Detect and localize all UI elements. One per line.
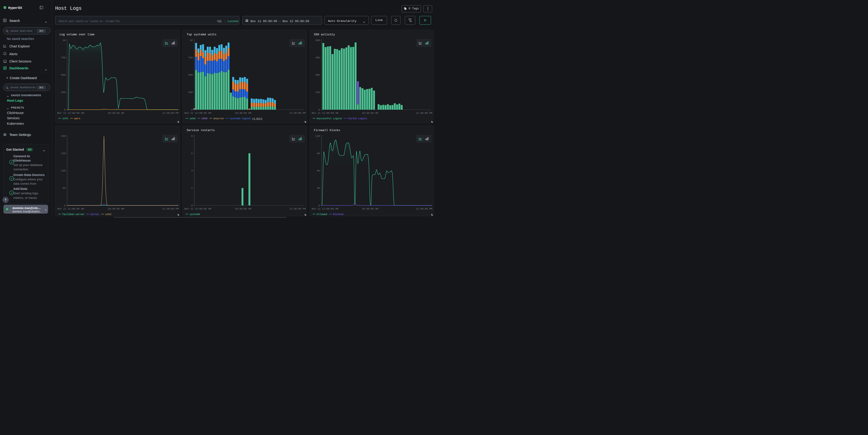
svg-text:systemd-logind: systemd-logind: [229, 117, 250, 120]
svg-text:systemd: systemd: [189, 213, 200, 216]
svg-text:8: 8: [191, 134, 193, 137]
svg-text:11:30:00 PM: 11:30:00 PM: [162, 207, 179, 210]
svg-text:11:30:00 PM: 11:30:00 PM: [289, 112, 305, 115]
svg-text:Successful Logins: Successful Logins: [317, 117, 342, 120]
svg-text:10:30:00 AM: 10:30:00 AM: [235, 207, 251, 210]
svg-text:4: 4: [191, 169, 193, 172]
svg-text:Failed Logins: Failed Logins: [348, 117, 367, 120]
svg-text:150: 150: [315, 91, 320, 94]
svg-text:60: 60: [317, 169, 320, 172]
svg-text:2: 2: [191, 187, 193, 189]
svg-text:10:30:00 AM: 10:30:00 AM: [107, 207, 124, 210]
svg-text:Blocked: Blocked: [333, 213, 343, 216]
svg-text:200: 200: [61, 134, 65, 137]
svg-text:250: 250: [188, 91, 193, 94]
svg-text:600: 600: [315, 39, 320, 41]
svg-text:6: 6: [191, 152, 193, 155]
svg-text:0: 0: [191, 108, 193, 111]
svg-text:0: 0: [318, 108, 320, 111]
svg-text:500: 500: [61, 74, 65, 76]
svg-text:11:30:00 PM: 11:30:00 PM: [416, 112, 432, 115]
svg-text:Nov 11 12:00:00 AM: Nov 11 12:00:00 AM: [57, 207, 84, 210]
svg-text:30: 30: [317, 187, 320, 189]
svg-text:250: 250: [61, 91, 65, 94]
svg-text:0: 0: [64, 108, 65, 111]
svg-text:info: info: [62, 117, 68, 120]
svg-text:sshd: sshd: [105, 213, 111, 216]
svg-text:10:30:00 AM: 10:30:00 AM: [362, 207, 378, 210]
svg-text:100: 100: [61, 169, 65, 172]
svg-text:300: 300: [315, 74, 320, 76]
svg-text:1K: 1K: [62, 39, 66, 41]
svg-text:Nov 11 12:00:00 AM: Nov 11 12:00:00 AM: [57, 112, 84, 115]
svg-text:0: 0: [318, 204, 320, 207]
svg-text:warn: warn: [74, 117, 80, 120]
svg-text:90: 90: [317, 152, 320, 155]
svg-text:120: 120: [315, 134, 320, 137]
svg-text:11:30:00 PM: 11:30:00 PM: [289, 207, 305, 210]
svg-text:11:30:00 PM: 11:30:00 PM: [416, 207, 432, 210]
svg-text:fail2ban-server: fail2ban-server: [62, 213, 85, 216]
svg-text:Nov 11 12:00:00 AM: Nov 11 12:00:00 AM: [312, 112, 339, 115]
svg-text:150: 150: [61, 152, 65, 155]
svg-text:750: 750: [188, 56, 193, 59]
svg-text:10:30:00 AM: 10:30:00 AM: [107, 112, 124, 115]
svg-text:450: 450: [315, 56, 320, 59]
svg-text:Nov 11 12:00:00 AM: Nov 11 12:00:00 AM: [312, 207, 339, 210]
svg-text:0: 0: [191, 204, 193, 207]
svg-text:anacron: anacron: [213, 117, 224, 120]
svg-text:50: 50: [62, 187, 65, 189]
svg-text:Nov 11 12:00:00 AM: Nov 11 12:00:00 AM: [184, 207, 211, 210]
svg-text:CRON: CRON: [201, 117, 208, 120]
svg-text:0: 0: [64, 204, 65, 207]
svg-text:Nov 11 12:00:00 AM: Nov 11 12:00:00 AM: [184, 112, 211, 115]
svg-text:+4 more: +4 more: [252, 117, 262, 120]
svg-text:750: 750: [61, 56, 65, 59]
svg-text:11:30:00 PM: 11:30:00 PM: [162, 112, 179, 115]
svg-text:Allowed: Allowed: [317, 213, 327, 216]
svg-text:1K: 1K: [190, 39, 193, 41]
svg-text:kernel: kernel: [90, 213, 99, 216]
svg-text:500: 500: [188, 74, 193, 76]
svg-text:10:30:00 AM: 10:30:00 AM: [235, 112, 251, 115]
svg-text:sshd: sshd: [189, 117, 195, 120]
svg-text:10:30:00 AM: 10:30:00 AM: [362, 112, 378, 115]
